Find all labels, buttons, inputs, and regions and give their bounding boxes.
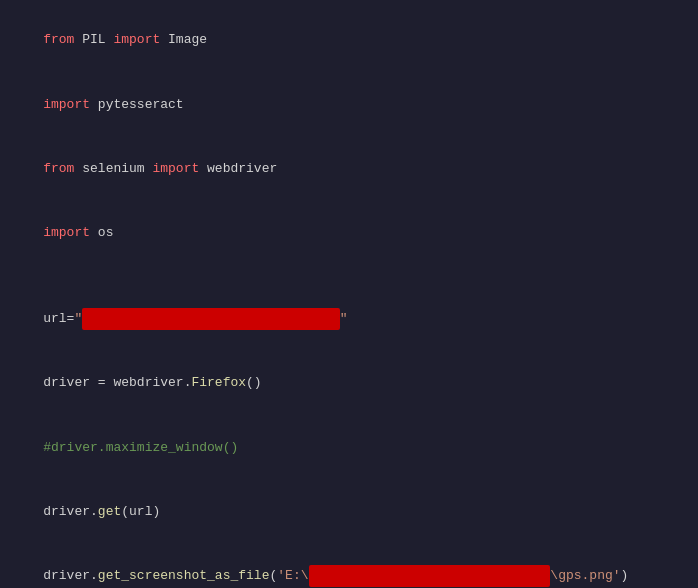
code-editor: from PIL import Image import pytesseract… [0,0,698,588]
code-line-4: import os [12,201,686,265]
code-line-9: driver.get(url) [12,480,686,544]
code-line-3: from selenium import webdriver [12,137,686,201]
code-line-8: #driver.maximize_window() [12,415,686,479]
code-line-5 [12,265,686,286]
code-line-7: driver = webdriver.Firefox() [12,351,686,415]
code-line-1: from PIL import Image [12,8,686,72]
code-line-2: import pytesseract [12,72,686,136]
code-line-10: driver.get_screenshot_as_file('E:\ \gps.… [12,544,686,588]
code-line-6: url=" " [12,287,686,351]
